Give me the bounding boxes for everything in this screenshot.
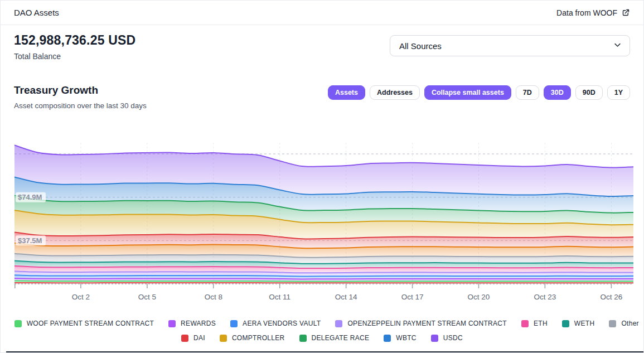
legend-item-weth[interactable]: WETH <box>562 320 595 327</box>
data-source-link[interactable]: Data from WOOF <box>556 8 630 17</box>
sources-dropdown[interactable]: All Sources <box>390 35 630 56</box>
legend-label: WBTC <box>396 334 417 342</box>
legend-swatch <box>335 320 342 327</box>
svg-text:Oct 8: Oct 8 <box>205 293 222 301</box>
legend-label: WETH <box>574 320 595 327</box>
legend-label: REWARDS <box>181 320 216 327</box>
legend-label: Other <box>621 320 639 327</box>
legend-item-aera-vendors-vault[interactable]: AERA VENDORS VAULT <box>230 320 321 327</box>
filter-button-1y[interactable]: 1Y <box>607 85 630 100</box>
svg-text:Oct 5: Oct 5 <box>138 293 156 301</box>
svg-text:Oct 14: Oct 14 <box>335 293 357 301</box>
legend-swatch <box>230 320 238 327</box>
treasury-section-header: Treasury Growth Asset composition over t… <box>14 84 630 110</box>
svg-text:Oct 2: Oct 2 <box>72 293 90 301</box>
data-source-label: Data from WOOF <box>556 8 617 17</box>
svg-text:Oct 17: Oct 17 <box>401 293 424 301</box>
legend-swatch <box>14 320 22 327</box>
treasury-title: Treasury Growth <box>14 84 147 96</box>
legend-label: COMPTROLLER <box>232 334 285 342</box>
bottom-divider <box>6 351 643 352</box>
svg-text:$74.9M: $74.9M <box>18 193 42 201</box>
filter-button-collapse-small-assets[interactable]: Collapse small assets <box>424 85 511 100</box>
filter-button-90d[interactable]: 90D <box>575 85 603 100</box>
legend-swatch <box>181 335 188 342</box>
treasury-subtitle: Asset composition over the last 30 days <box>14 101 147 110</box>
app-header: DAO Assets Data from WOOF <box>1 1 643 25</box>
legend-label: ETH <box>534 320 548 327</box>
treasury-titles: Treasury Growth Asset composition over t… <box>14 84 147 110</box>
legend-item-usdc[interactable]: USDC <box>431 334 463 342</box>
filter-button-assets[interactable]: Assets <box>328 85 365 100</box>
legend-label: OPENZEPPELIN PAYMENT STREAM CONTRACT <box>347 320 507 327</box>
legend-item-woof-payment-stream-contract[interactable]: WOOF PAYMENT STREAM CONTRACT <box>14 320 154 327</box>
legend-label: USDC <box>443 334 463 342</box>
legend-item-delegate-race[interactable]: DELEGATE RACE <box>299 334 370 342</box>
legend-swatch <box>168 320 176 327</box>
filter-button-7d[interactable]: 7D <box>516 85 539 100</box>
legend-item-other[interactable]: Other <box>609 320 639 327</box>
legend-item-wbtc[interactable]: WBTC <box>384 334 417 342</box>
legend-swatch <box>562 320 569 327</box>
svg-text:Oct 11: Oct 11 <box>269 293 290 301</box>
page-title: DAO Assets <box>14 8 59 17</box>
chart-legend: MANTLEWOOF PAYMENT STREAM CONTRACTREWARD… <box>1 320 643 342</box>
legend-swatch <box>521 320 529 327</box>
external-link-icon <box>622 8 630 17</box>
legend-item-comptroller[interactable]: COMPTROLLER <box>220 334 285 342</box>
svg-text:Oct 26: Oct 26 <box>601 293 623 301</box>
legend-item-rewards[interactable]: REWARDS <box>168 320 216 327</box>
chevron-down-icon <box>613 41 622 51</box>
legend-item-openzeppelin-payment-stream-contract[interactable]: OPENZEPPELIN PAYMENT STREAM CONTRACT <box>335 320 507 327</box>
legend-label: WOOF PAYMENT STREAM CONTRACT <box>27 320 154 327</box>
legend-label: DELEGATE RACE <box>312 334 370 342</box>
legend-swatch <box>220 335 227 342</box>
legend-item-eth[interactable]: ETH <box>521 320 548 327</box>
filter-button-addresses[interactable]: Addresses <box>370 85 420 100</box>
legend-label: AERA VENDORS VAULT <box>243 320 321 327</box>
legend-swatch <box>609 320 616 327</box>
treasury-chart: Oct 2Oct 5Oct 8Oct 11Oct 14Oct 17Oct 20O… <box>14 143 633 307</box>
legend-swatch <box>384 335 391 342</box>
svg-text:$37.5M: $37.5M <box>18 236 42 245</box>
dao-assets-page: DAO Assets Data from WOOF 152,988,736.25… <box>0 0 644 353</box>
legend-swatch <box>431 335 438 342</box>
sources-dropdown-value: All Sources <box>399 41 442 51</box>
svg-text:Oct 20: Oct 20 <box>468 293 490 301</box>
filter-button-30d[interactable]: 30D <box>544 85 571 100</box>
chart-controls: AssetsAddressesCollapse small assets7D30… <box>328 85 630 100</box>
legend-label: DAI <box>193 334 205 342</box>
legend-swatch <box>299 335 307 342</box>
svg-text:Oct 23: Oct 23 <box>534 293 556 301</box>
legend-item-dai[interactable]: DAI <box>181 334 205 342</box>
